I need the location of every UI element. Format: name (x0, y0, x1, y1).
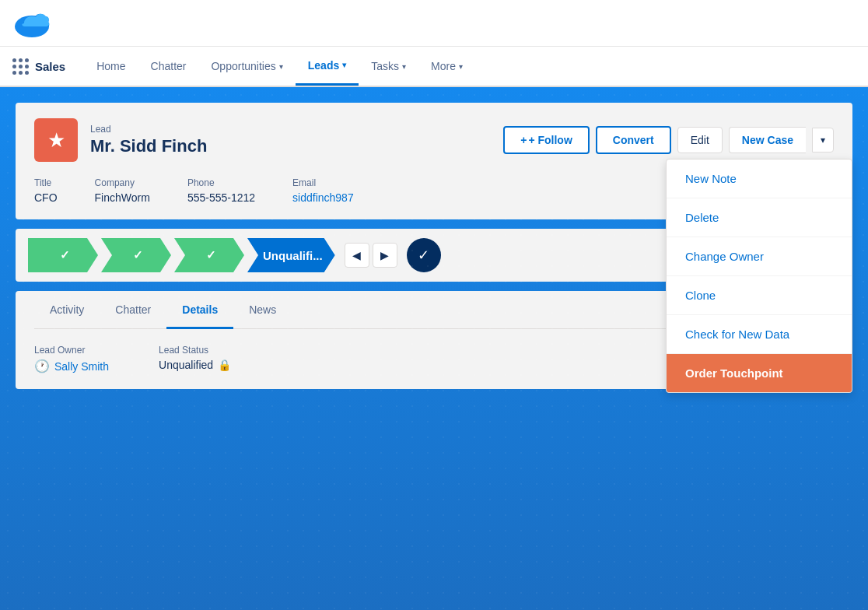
new-case-button[interactable]: New Case (729, 127, 806, 153)
lead-avatar: ★ (34, 118, 78, 162)
path-step-1[interactable]: ✓ (28, 238, 98, 272)
path-prev-button[interactable]: ◀ (345, 243, 369, 268)
company-label: Company (95, 177, 150, 188)
path-step-current[interactable]: Unqualifi... (247, 238, 335, 272)
path-step-2[interactable]: ✓ (101, 238, 171, 272)
owner-avatar-icon: 🕐 (34, 359, 50, 373)
owner-name[interactable]: Sally Smith (54, 360, 109, 373)
top-bar (0, 0, 868, 47)
tab-chatter[interactable]: Chatter (100, 291, 166, 328)
page-background: ★ Lead Mr. Sidd Finch + + Follow Convert… (0, 87, 868, 610)
dropdown-item-check-new-data[interactable]: Check for New Data (667, 315, 852, 354)
tab-news[interactable]: News (233, 291, 292, 328)
phone-label: Phone (187, 177, 255, 188)
nav-items: Home Chatter Opportunities ▾ Leads ▾ Tas… (84, 47, 475, 86)
phone-value: 555-555-1212 (187, 191, 255, 204)
email-label: Email (292, 177, 354, 188)
plus-icon: + (520, 134, 527, 146)
record-name: Mr. Sidd Finch (90, 136, 491, 156)
edit-button[interactable]: Edit (677, 127, 723, 153)
nav-item-chatter[interactable]: Chatter (138, 47, 199, 86)
tab-field-owner: Lead Owner 🕐 Sally Smith (34, 345, 109, 373)
dropdown-item-change-owner[interactable]: Change Owner (667, 237, 852, 276)
convert-button[interactable]: Convert (596, 126, 671, 154)
dropdown-item-clone[interactable]: Clone (667, 276, 852, 315)
path-next-button[interactable]: ▶ (373, 243, 397, 268)
path-step-3[interactable]: ✓ (174, 238, 244, 272)
owner-label: Lead Owner (34, 345, 109, 356)
actions-dropdown-menu: New Note Delete Change Owner Clone Check… (666, 159, 852, 393)
status-value: Unqualified (159, 359, 213, 371)
tab-activity[interactable]: Activity (34, 291, 100, 328)
nav-item-home[interactable]: Home (84, 47, 138, 86)
lead-avatar-icon: ★ (47, 128, 65, 152)
leads-chevron-icon: ▾ (342, 61, 346, 69)
owner-value: 🕐 Sally Smith (34, 359, 109, 373)
app-name: Sales (35, 60, 65, 73)
lock-icon: 🔒 (218, 359, 231, 371)
opportunities-chevron-icon: ▾ (279, 62, 283, 71)
title-label: Title (34, 177, 58, 188)
field-company: Company FinchWorm (95, 177, 150, 204)
record-card: ★ Lead Mr. Sidd Finch + + Follow Convert… (16, 103, 852, 219)
dropdown-item-order-touchpoint[interactable]: Order Touchpoint (667, 354, 852, 392)
dropdown-item-delete[interactable]: Delete (667, 198, 852, 237)
status-label: Lead Status (159, 345, 231, 356)
field-email: Email siddfinch987 (292, 177, 354, 204)
tasks-chevron-icon: ▾ (402, 62, 406, 71)
field-phone: Phone 555-555-1212 (187, 177, 255, 204)
apps-grid-icon[interactable] (12, 58, 29, 75)
dropdown-item-new-note[interactable]: New Note (667, 160, 852, 198)
nav-item-tasks[interactable]: Tasks ▾ (359, 47, 418, 86)
field-title: Title CFO (34, 177, 58, 204)
nav-item-more[interactable]: More ▾ (418, 47, 475, 86)
record-title-block: Lead Mr. Sidd Finch (90, 124, 491, 156)
title-value: CFO (34, 191, 58, 204)
salesforce-logo (12, 9, 51, 37)
path-complete-button[interactable]: ✓ (407, 238, 441, 272)
nav-bar: Sales Home Chatter Opportunities ▾ Leads… (0, 47, 868, 87)
tab-details[interactable]: Details (166, 291, 233, 328)
more-chevron-icon: ▾ (459, 62, 463, 71)
nav-item-leads[interactable]: Leads ▾ (296, 47, 359, 86)
record-type-label: Lead (90, 124, 491, 135)
follow-button[interactable]: + + Follow (503, 126, 590, 154)
actions-dropdown-button[interactable]: ▾ (812, 128, 834, 152)
status-value-row: Unqualified 🔒 (159, 359, 231, 371)
company-value: FinchWorm (95, 191, 150, 204)
record-actions: + + Follow Convert Edit New Case ▾ (503, 126, 834, 154)
nav-item-opportunities[interactable]: Opportunities ▾ (198, 47, 295, 86)
path-navigation: ◀ ▶ (345, 243, 397, 268)
record-header: ★ Lead Mr. Sidd Finch + + Follow Convert… (34, 118, 834, 162)
tab-field-status: Lead Status Unqualified 🔒 (159, 345, 231, 373)
email-value[interactable]: siddfinch987 (292, 191, 354, 204)
